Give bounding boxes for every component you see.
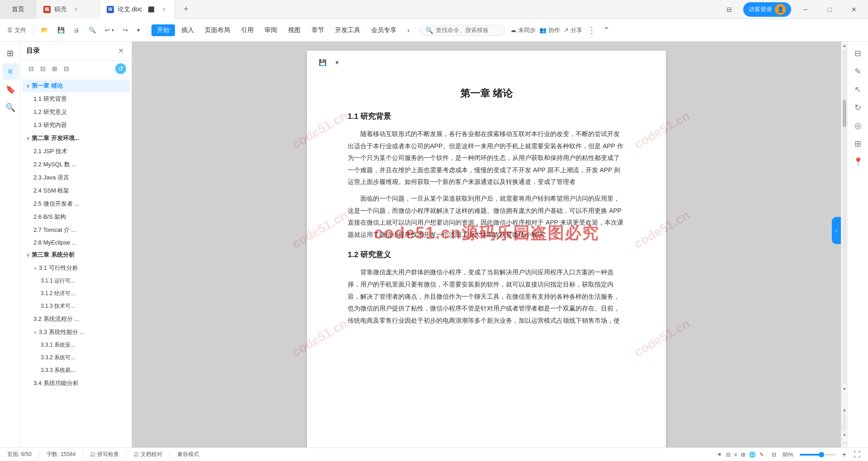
toc-item-3-3-1[interactable]: 3.3.1 系统安... <box>23 339 130 351</box>
scroll-thumb[interactable] <box>843 100 846 127</box>
menu-start[interactable]: 开始 <box>151 24 175 36</box>
menu-reference[interactable]: 引用 <box>236 24 258 36</box>
toc-item-2-4[interactable]: 2.4 SSM 框架 <box>23 184 130 197</box>
tab-wps[interactable]: 稿 稿壳 × <box>36 0 99 19</box>
cloud-sync-button[interactable]: ☁ 未同步 <box>510 26 536 34</box>
zoom-in-icon[interactable]: + <box>842 451 846 459</box>
right-icon-location[interactable]: 📍 <box>850 154 866 170</box>
right-icon-edit[interactable]: ✎ <box>850 63 866 80</box>
open-button[interactable]: 📂 <box>38 25 52 35</box>
sidebar-icon-search[interactable]: 🔍 <box>2 99 19 116</box>
toc-item-2-8[interactable]: 2.8 MyEclipse ... <box>23 237 130 248</box>
toc-item-3-3-2[interactable]: 3.3.2 系统可... <box>23 352 130 364</box>
tab-doc[interactable]: W 论文.doc ⬛ × <box>99 0 175 19</box>
menu-insert[interactable]: 插入 <box>177 24 198 36</box>
doc-check[interactable]: ☑ 文档校对 <box>134 451 162 458</box>
tab-doc-close[interactable]: × <box>160 6 167 13</box>
doc-dropdown-icon[interactable]: ▾ <box>330 56 343 69</box>
toc-item-3-1-3[interactable]: 3.1.3 技术可... <box>23 300 130 312</box>
toc-item-3-1-1[interactable]: 3.1.1 运行可... <box>23 275 130 287</box>
maximize-button[interactable]: □ <box>819 2 840 17</box>
toolbar-overflow-button[interactable]: ⋮ <box>586 25 598 35</box>
toc-item-3-2[interactable]: 3.2 系统流程分 ... <box>23 313 130 325</box>
toc-item-3-3[interactable]: ∨3.3 系统性能分 ... <box>23 326 130 339</box>
zoom-slider[interactable] <box>800 454 836 456</box>
right-icon-target[interactable]: ◎ <box>850 118 866 134</box>
redo-button[interactable]: ↪ <box>119 25 132 35</box>
save-button[interactable]: 💾 <box>54 25 68 35</box>
menu-view[interactable]: 视图 <box>283 24 305 36</box>
toc-item-2-2[interactable]: 2.2 MySQL 数 ... <box>23 158 130 171</box>
fullscreen-icon[interactable]: ⛶ <box>854 451 861 459</box>
doc-save-icon[interactable]: 💾 <box>316 56 329 69</box>
search-input[interactable] <box>436 27 499 33</box>
collab-button[interactable]: 👥 协作 <box>539 26 560 34</box>
undo-button[interactable]: ↩ ▾ <box>101 25 118 35</box>
page-view-icon[interactable]: ⊟ <box>726 452 731 458</box>
view-icon[interactable]: 👁 <box>717 452 722 458</box>
zoom-thumb[interactable] <box>819 452 824 457</box>
toc-item-chapter3[interactable]: ∨第三章 系统分析 <box>23 249 130 261</box>
split-view-icon[interactable]: ⊞ <box>741 452 745 458</box>
scroll-up-button[interactable]: ▲ <box>841 42 848 49</box>
right-icon-cursor[interactable]: ↖ <box>850 81 866 98</box>
menu-more[interactable]: › <box>403 25 414 36</box>
toc-item-3-3-3[interactable]: 3.3.3 系统易... <box>23 364 130 376</box>
menu-layout[interactable]: 页面布局 <box>200 24 235 36</box>
toc-item-3-1[interactable]: ∨3.1 可行性分析 <box>23 262 130 274</box>
toc-item-3-4[interactable]: 3.4 系统功能分析 <box>23 377 130 390</box>
file-menu[interactable]: ☰ 文件 <box>4 24 30 36</box>
toc-item-2-5[interactable]: 2.5 微信开发者 ... <box>23 198 130 210</box>
tab-wps-close[interactable]: × <box>72 6 80 13</box>
scroll-down2-button[interactable]: ▼ <box>841 431 848 438</box>
toc-item-2-3[interactable]: 2.3 Java 语言 <box>23 171 130 184</box>
tab-add-button[interactable]: + <box>179 2 193 17</box>
toc-item-2-1[interactable]: 2.1 JSP 技术 <box>23 145 130 158</box>
visit-login-button[interactable]: 访客登录 👤 <box>743 2 791 17</box>
toc-item-2-6[interactable]: 2.6 B/S 架构 <box>23 211 130 223</box>
toc-close-button[interactable]: ✕ <box>115 46 126 56</box>
right-icon-grid[interactable]: ⊞ <box>850 136 866 152</box>
toc-expand-all-button[interactable]: ⊟ <box>38 64 48 74</box>
toolbar-collapse-button[interactable]: ⌃ <box>601 25 612 35</box>
search-doc-button[interactable]: 🔍 <box>85 25 99 35</box>
sidebar-icon-bookmark[interactable]: 🔖 <box>2 81 19 98</box>
sidebar-icon-toc[interactable]: ≡ <box>2 63 19 80</box>
right-icon-filter[interactable]: ⊟ <box>850 45 866 61</box>
spell-check[interactable]: ☑ 拼写检查 <box>90 451 119 458</box>
toc-add-button[interactable]: ⊞ <box>50 64 60 74</box>
toc-remove-button[interactable]: ⊟ <box>61 64 71 74</box>
share-button[interactable]: ↗ 分享 <box>564 26 582 34</box>
right-icon-rotate[interactable]: ↻ <box>850 99 866 116</box>
toc-item-1-2[interactable]: 1.2 研究意义 <box>23 106 130 118</box>
tab-home[interactable]: 首页 <box>0 0 36 19</box>
toolbar-search[interactable]: 🔍 <box>420 25 505 36</box>
menu-chapter[interactable]: 章节 <box>307 24 329 36</box>
scroll-up2-button[interactable]: ▲ <box>841 406 848 413</box>
highlight-icon[interactable]: ✎ <box>760 452 764 458</box>
scroll-down-button[interactable]: ▼ <box>841 385 848 392</box>
outline-view-icon[interactable]: ≡ <box>734 452 737 458</box>
toc-item-chapter1[interactable]: ∨第一章 绪论 <box>23 80 130 92</box>
doc-scrollbar[interactable]: ▲ ▼ ▲ ▼ ⋯ <box>841 42 847 447</box>
toc-refresh-button[interactable]: ↺ <box>115 63 126 74</box>
menu-review[interactable]: 审阅 <box>260 24 282 36</box>
layout-icon[interactable]: ⊟ <box>719 2 740 17</box>
more-dots-button[interactable]: ⋯ <box>841 438 847 447</box>
menu-member[interactable]: 会员专享 <box>367 24 401 36</box>
toc-item-3-1-2[interactable]: 3.1.2 经济可... <box>23 287 130 300</box>
toc-item-chapter2[interactable]: ∨第二章 开发环境... <box>23 132 130 145</box>
toc-item-1-3[interactable]: 1.3 研究内容 <box>23 119 130 132</box>
minimize-button[interactable]: ─ <box>795 2 816 17</box>
tab-doc-minimize[interactable]: ⬛ <box>147 6 155 13</box>
sidebar-icon-pages[interactable]: ⊞ <box>2 45 19 61</box>
toc-item-1-1[interactable]: 1.1 研究背景 <box>23 93 130 105</box>
web-view-icon[interactable]: 🌐 <box>749 452 756 458</box>
print-button[interactable]: 🖨 <box>70 25 83 35</box>
menu-devtools[interactable]: 开发工具 <box>330 24 365 36</box>
right-edge-button[interactable]: › <box>832 217 841 244</box>
more-arrow-button[interactable]: ▾ <box>133 25 144 35</box>
document-area[interactable]: 💾 ▾ code51.cn code51.cn code51.cn code51… <box>132 42 841 447</box>
toc-item-2-7[interactable]: 2.7 Tomcat 介 ... <box>23 224 130 236</box>
close-button[interactable]: ✕ <box>844 2 864 17</box>
